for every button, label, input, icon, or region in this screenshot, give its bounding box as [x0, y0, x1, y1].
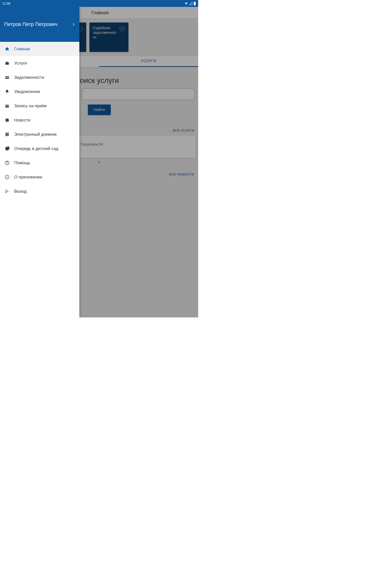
nav-item-bell[interactable]: Уведомления — [0, 85, 79, 99]
nav-item-label: Запись на приём — [14, 104, 47, 108]
calendar-icon — [5, 103, 10, 108]
nav-item-label: О приложении — [14, 175, 42, 180]
nav-item-briefcase[interactable]: Услуги — [0, 56, 79, 70]
nav-item-help[interactable]: Помощь — [0, 156, 79, 170]
status-time: 11:58 — [2, 2, 10, 5]
drawer-header[interactable]: Петров Петр Петрович — [0, 7, 79, 42]
nav-item-diary[interactable]: Электронный дневник — [0, 127, 79, 141]
nav-item-label: Электронный дневник — [14, 132, 57, 137]
nav-item-label: Услуги — [14, 61, 27, 66]
status-icons — [184, 2, 196, 5]
nav-item-label: Уведомления — [14, 89, 40, 94]
nav-item-label: Помощь — [14, 161, 30, 165]
chevron-right-icon — [72, 22, 75, 27]
nav-item-label: Новости — [14, 118, 30, 123]
diary-icon — [5, 132, 10, 137]
nav-item-info[interactable]: О приложении — [0, 170, 79, 184]
bell-icon — [5, 89, 10, 94]
battery-icon — [194, 2, 196, 5]
signal-icon — [189, 2, 193, 5]
wifi-icon — [184, 2, 188, 5]
nav-item-home[interactable]: Главная — [0, 42, 79, 56]
nav-item-calendar[interactable]: Запись на приём — [0, 99, 79, 113]
nav-item-pie[interactable]: Очередь в детский сад — [0, 141, 79, 156]
exit-icon — [5, 189, 10, 194]
svg-rect-1 — [194, 2, 195, 2]
pie-icon — [5, 146, 10, 151]
info-icon — [5, 174, 10, 180]
briefcase-icon — [5, 61, 10, 66]
nav-item-label: Выход — [14, 189, 27, 194]
help-icon — [5, 160, 10, 165]
card-icon — [5, 75, 10, 80]
nav-item-exit[interactable]: Выход — [0, 184, 79, 199]
nav-list: ГлавнаяУслугиЗадолженностиУведомленияЗап… — [0, 42, 79, 317]
home-icon — [5, 46, 10, 52]
drawer-user-name: Петров Петр Петрович — [4, 21, 58, 27]
nav-item-label: Задолженности — [14, 75, 44, 80]
nav-drawer: Петров Петр Петрович ГлавнаяУслугиЗадолж… — [0, 7, 79, 317]
nav-item-news[interactable]: Новости — [0, 113, 79, 127]
status-bar: 11:58 — [0, 0, 198, 7]
nav-item-card[interactable]: Задолженности — [0, 70, 79, 85]
nav-item-label: Главная — [14, 47, 30, 52]
news-icon — [5, 118, 10, 123]
svg-rect-0 — [194, 2, 196, 5]
nav-item-label: Очередь в детский сад — [14, 146, 58, 151]
